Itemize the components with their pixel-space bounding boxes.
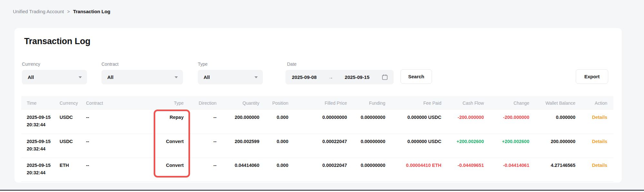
chevron-down-icon (79, 76, 82, 78)
cell-change: -200.000000 (484, 110, 529, 134)
cell-change: -0.04414061 (484, 158, 529, 181)
currency-select[interactable]: All (22, 70, 87, 84)
cell-funding: 0.00000000 (347, 110, 385, 134)
cell-direction: -- (184, 134, 216, 158)
table-header-row: Time Currency Contract Type Direction Qu… (21, 96, 613, 110)
table-row: 2025-09-15 20:32:44 USDC -- Convert -- 2… (21, 134, 613, 158)
cell-time-clock: 20:32:44 (27, 146, 58, 151)
details-link[interactable]: Details (592, 115, 607, 120)
table-row: 2025-09-15 20:32:44 ETH -- Convert -- 0.… (21, 158, 613, 181)
search-button[interactable]: Search (400, 69, 432, 84)
cell-contract: -- (85, 134, 135, 158)
cell-time-date: 2025-09-15 (27, 163, 58, 168)
breadcrumb-separator-icon: > (67, 9, 70, 14)
transaction-table: Time Currency Contract Type Direction Qu… (21, 96, 613, 182)
screenshot-bottom-margin (0, 191, 644, 192)
contract-select-value: All (107, 74, 113, 80)
currency-filter-label: Currency (22, 62, 87, 67)
cell-time-date: 2025-09-15 (27, 115, 58, 120)
breadcrumb-parent[interactable]: Unified Trading Account (13, 9, 64, 14)
cell-fee-paid: 0.000000 USDC (385, 110, 441, 134)
col-header-action: Action (575, 96, 613, 110)
cell-wallet-balance: 200.000000 (529, 134, 575, 158)
col-header-fee-paid: Fee Paid (385, 96, 441, 110)
cell-filled-price: 0.00000000 (288, 110, 347, 134)
cell-wallet-balance: 0.000000 (529, 110, 575, 134)
type-select-value: All (204, 74, 210, 80)
col-header-direction: Direction (184, 96, 216, 110)
cell-cash-flow: +200.002600 (441, 134, 484, 158)
transaction-log-card: Transaction Log Currency All Contract Al… (14, 28, 622, 183)
cell-fee-paid: 0.000000 USDC (385, 134, 441, 158)
type-filter: Type All (198, 62, 263, 84)
cell-contract: -- (85, 158, 135, 181)
currency-select-value: All (28, 74, 34, 80)
date-start-value: 2025-09-08 (292, 74, 317, 80)
cell-funding: 0.00000000 (347, 158, 385, 181)
details-link[interactable]: Details (592, 163, 607, 168)
calendar-icon (382, 74, 388, 80)
cell-quantity: 200.002599 (216, 134, 259, 158)
cell-currency: ETH (58, 158, 85, 181)
col-header-wallet-balance: Wallet Balance (529, 96, 575, 110)
export-button[interactable]: Export (576, 69, 608, 84)
arrow-right-icon: → (326, 74, 335, 80)
cell-filled-price: 0.00022047 (288, 134, 347, 158)
transaction-table-wrap: Time Currency Contract Type Direction Qu… (21, 96, 613, 182)
cell-filled-price: 0.00022047 (288, 158, 347, 181)
cell-time: 2025-09-15 20:32:44 (21, 110, 58, 134)
cell-currency: USDC (58, 110, 85, 134)
col-header-time: Time (21, 96, 58, 110)
date-range-picker[interactable]: 2025-09-08 → 2025-09-15 (285, 70, 394, 84)
col-header-type: Type (135, 96, 184, 110)
cell-currency: USDC (58, 134, 85, 158)
cell-type: Repay (135, 110, 184, 134)
cell-fee-paid: 0.00004410 ETH (385, 158, 441, 181)
date-filter-label: Date (287, 62, 394, 67)
cell-time-clock: 20:32:44 (27, 122, 58, 127)
col-header-change: Change (484, 96, 529, 110)
details-link[interactable]: Details (592, 139, 607, 144)
contract-filter: Contract All (101, 62, 183, 84)
cell-time-date: 2025-09-15 (27, 139, 58, 144)
cell-time: 2025-09-15 20:32:44 (21, 158, 58, 181)
col-header-cash-flow: Cash Flow (441, 96, 484, 110)
cell-direction: -- (184, 158, 216, 181)
cell-time-clock: 20:32:44 (27, 170, 58, 175)
cell-position: 0.000 (259, 158, 288, 181)
cell-cash-flow: -200.000000 (441, 110, 484, 134)
type-filter-label: Type (198, 62, 263, 67)
cell-cash-flow: -0.04409651 (441, 158, 484, 181)
col-header-funding: Funding (347, 96, 385, 110)
col-header-filled-price: Filled Price (288, 96, 347, 110)
breadcrumb: Unified Trading Account > Transaction Lo… (13, 9, 110, 14)
col-header-contract: Contract (85, 96, 135, 110)
contract-filter-label: Contract (101, 62, 183, 67)
currency-filter: Currency All (22, 62, 87, 84)
cell-type: Convert (135, 158, 184, 181)
cell-change: +200.002600 (484, 134, 529, 158)
chevron-down-icon (255, 76, 258, 78)
cell-contract: -- (85, 110, 135, 134)
cell-time: 2025-09-15 20:32:44 (21, 134, 58, 158)
date-end-value: 2025-09-15 (345, 74, 370, 80)
cell-wallet-balance: 4.27146565 (529, 158, 575, 181)
col-header-currency: Currency (58, 96, 85, 110)
cell-funding: 0.00000000 (347, 134, 385, 158)
cell-quantity: 200.000000 (216, 110, 259, 134)
cell-type: Convert (135, 134, 184, 158)
col-header-position: Position (259, 96, 288, 110)
transaction-log-page: Unified Trading Account > Transaction Lo… (0, 0, 644, 192)
cell-position: 0.000 (259, 134, 288, 158)
page-title: Transaction Log (24, 36, 91, 46)
col-header-quantity: Quantity (216, 96, 259, 110)
type-select[interactable]: All (198, 70, 263, 84)
chevron-down-icon (175, 76, 178, 78)
breadcrumb-current: Transaction Log (73, 9, 111, 14)
cell-position: 0.000 (259, 110, 288, 134)
cell-direction: -- (184, 110, 216, 134)
cell-quantity: 0.04414060 (216, 158, 259, 181)
date-filter: Date 2025-09-08 → 2025-09-15 (285, 62, 394, 84)
contract-select[interactable]: All (101, 70, 183, 84)
table-row: 2025-09-15 20:32:44 USDC -- Repay -- 200… (21, 110, 613, 134)
